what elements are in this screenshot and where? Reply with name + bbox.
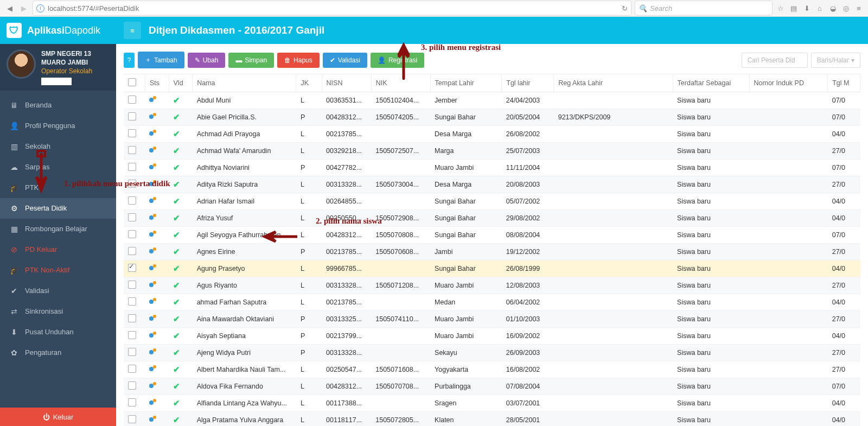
rows-per-page[interactable]: Baris/Halar▾: [811, 53, 860, 68]
table-row[interactable]: ✔Abie Gael Pricilla.S.P00428312...150507…: [124, 109, 860, 126]
table-row[interactable]: ✔Afriza YusufL00250550...1505072908...Su…: [124, 210, 860, 227]
row-checkbox[interactable]: [128, 281, 136, 289]
sidebar-item-pengaturan[interactable]: ✿Pengaturan: [0, 342, 116, 363]
table-row[interactable]: ✔Aldova Fika FernandoL00428312...1505070…: [124, 378, 860, 395]
sidebar-item-peserta-didik[interactable]: ⚙Peserta Didik: [0, 198, 116, 219]
col-header[interactable]: Nama: [193, 74, 296, 92]
forward-button[interactable]: ▶: [18, 3, 29, 14]
table-row[interactable]: ✔Aditya Rizki SaputraL00313328...1505073…: [124, 176, 860, 193]
table-row[interactable]: ✔Alga Pratama Yulva AnggaraL00118117...1…: [124, 412, 860, 427]
col-header[interactable]: NIK: [371, 74, 430, 92]
table-row[interactable]: ✔Agus RiyantoL00313328...1505071208...Mu…: [124, 277, 860, 294]
row-checkbox[interactable]: [128, 196, 136, 205]
table-row[interactable]: ✔Agnes EirineP00213785...1505070608...Ja…: [124, 244, 860, 260]
col-header[interactable]: Tgl lahir: [502, 74, 554, 92]
table-row[interactable]: ✔Achmad Adi PrayogaL00213785...Desa Marg…: [124, 126, 860, 143]
table-row[interactable]: ✔Achmad Wafa' AmarudinL00329218...150507…: [124, 143, 860, 160]
validasi-button[interactable]: ✔Validasi: [323, 53, 367, 68]
registrasi-button[interactable]: 👤Registrasi: [371, 53, 424, 68]
table-row[interactable]: ✔Aisyah SeptianaP00213799...Muaro Jambi1…: [124, 328, 860, 345]
col-header[interactable]: Vld: [169, 74, 193, 92]
cell-nisn: 00313325...: [322, 311, 371, 328]
reload-icon[interactable]: ↻: [622, 4, 628, 12]
table-row[interactable]: ✔Agil Seyogya FathurrahmanL00428312...15…: [124, 227, 860, 244]
sidebar-item-profil-pengguna[interactable]: 👤Profil Pengguna: [0, 116, 116, 136]
sidebar-item-sekolah[interactable]: ▥Sekolah: [0, 136, 116, 157]
valid-icon: ✔: [173, 112, 180, 122]
col-header[interactable]: Terdaftar Sebagai: [673, 74, 749, 92]
row-checkbox[interactable]: [128, 213, 136, 221]
search-input[interactable]: Cari Peserta Did: [742, 53, 808, 68]
table-row[interactable]: ✔Aina Mawardah OktavianiP00313325...1505…: [124, 311, 860, 328]
row-checkbox[interactable]: [128, 398, 136, 406]
menu-icon[interactable]: ≡: [854, 3, 864, 13]
hapus-button[interactable]: 🗑Hapus: [277, 53, 320, 68]
row-checkbox[interactable]: [128, 146, 136, 154]
cell-nik: 1505102404...: [371, 92, 430, 109]
table-row[interactable]: ✔Agung PrasetyoL99966785...Sungai Bahar2…: [124, 260, 860, 277]
row-checkbox[interactable]: [128, 230, 136, 238]
row-checkbox[interactable]: [128, 163, 136, 171]
col-header[interactable]: [124, 74, 145, 92]
star-icon[interactable]: ☆: [776, 3, 786, 13]
row-checkbox[interactable]: [128, 129, 136, 137]
sidebar-item-sinkronisasi[interactable]: ⇄Sinkronisasi: [0, 301, 116, 322]
sidebar-item-ptk[interactable]: 🎓PTK: [0, 177, 116, 198]
browser-search[interactable]: 🔍 Search: [635, 1, 773, 16]
row-checkbox[interactable]: [128, 297, 136, 306]
col-header[interactable]: Nomor Induk PD: [749, 74, 828, 92]
home-icon[interactable]: ⌂: [815, 3, 825, 13]
sidebar-item-pd-keluar[interactable]: ⊘PD Keluar: [0, 239, 116, 260]
cell-akta: [554, 260, 673, 277]
sidebar-item-validasi[interactable]: ✔Validasi: [0, 281, 116, 301]
cell-induk: [749, 92, 828, 109]
cell-tm: 27/0: [828, 345, 860, 361]
col-header[interactable]: Reg Akta Lahir: [554, 74, 673, 92]
cell-akta: [554, 143, 673, 160]
row-checkbox[interactable]: [128, 331, 136, 339]
sidebar-item-ptk-non-aktif[interactable]: 🎓PTK Non-Aktif: [0, 260, 116, 281]
row-checkbox[interactable]: [128, 415, 136, 423]
col-header[interactable]: JK: [296, 74, 322, 92]
row-checkbox[interactable]: [128, 264, 136, 272]
school-name: SMP NEGERI 13 MUARO JAMBI: [41, 49, 110, 67]
pocket-icon[interactable]: ◒: [828, 3, 838, 13]
sidebar-item-sarpras[interactable]: ☁Sarpras: [0, 157, 116, 177]
col-header[interactable]: Tempat Lahir: [430, 74, 502, 92]
valid-icon: ✔: [173, 415, 180, 424]
table-row[interactable]: ✔Alfianda Lintang Aza Wahyu...L00117388.…: [124, 395, 860, 412]
cell-akta: [554, 210, 673, 227]
simpan-button[interactable]: ▬Simpan: [228, 53, 274, 68]
help-button[interactable]: ?: [124, 53, 135, 68]
back-button[interactable]: ◀: [4, 3, 15, 14]
col-header[interactable]: Tgl M: [828, 74, 860, 92]
url-bar[interactable]: i localhost:5774/#PesertaDidik ↻: [33, 1, 631, 16]
table-row[interactable]: ✔Ajeng Widya PutriP00313328...Sekayu26/0…: [124, 345, 860, 361]
row-checkbox[interactable]: [128, 112, 136, 120]
table-row[interactable]: ✔Adhittya NoviariniP00427782...Muaro Jam…: [124, 160, 860, 176]
select-all-checkbox[interactable]: [128, 78, 136, 86]
col-header[interactable]: NISN: [322, 74, 371, 92]
table-row[interactable]: ✔Albert Mahardika Nauli Tam...L00250547.…: [124, 361, 860, 378]
download-icon[interactable]: ⬇: [802, 3, 812, 13]
table-row[interactable]: ✔Abdul MuniL00363531...1505102404...Jemb…: [124, 92, 860, 109]
tambah-button[interactable]: ＋Tambah: [138, 52, 184, 68]
table-row[interactable]: ✔ahmad Farhan SaputraL00213785...Medan06…: [124, 294, 860, 311]
table-row[interactable]: ✔Adrian Hafar IsmailL00264855...Sungai B…: [124, 193, 860, 210]
ubah-button[interactable]: ✎Ubah: [188, 53, 226, 68]
sidebar-item-beranda[interactable]: 🖥Beranda: [0, 95, 116, 116]
row-checkbox[interactable]: [128, 180, 136, 188]
logout-button[interactable]: ⏻ Keluar: [0, 408, 116, 426]
row-checkbox[interactable]: [128, 314, 136, 322]
row-checkbox[interactable]: [128, 365, 136, 373]
col-header[interactable]: Sts: [145, 74, 169, 92]
sidebar-item-pusat-unduhan[interactable]: ⬇Pusat Unduhan: [0, 322, 116, 342]
row-checkbox[interactable]: [128, 247, 136, 255]
row-checkbox[interactable]: [128, 382, 136, 390]
bookmark-list-icon[interactable]: ▤: [789, 3, 799, 13]
row-checkbox[interactable]: [128, 348, 136, 356]
shield-icon[interactable]: ◎: [841, 3, 851, 13]
row-checkbox[interactable]: [128, 96, 136, 104]
menu-toggle[interactable]: ≡: [124, 22, 141, 39]
sidebar-item-rombongan-belajar[interactable]: ▦Rombongan Belajar: [0, 219, 116, 239]
